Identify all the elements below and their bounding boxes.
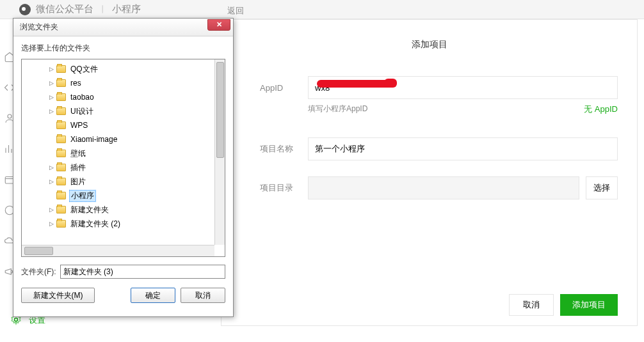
redaction-mark [317,80,394,88]
tree-item[interactable]: ▷UI设计 [22,104,225,118]
tree-item-label: taobao [69,93,95,102]
tree-item-label: 壁纸 [69,148,87,159]
dialog-subtitle: 选择要上传的文件夹 [21,43,225,54]
expand-icon[interactable]: ▷ [47,80,55,86]
tree-item[interactable]: WPS [22,118,225,132]
wechat-logo-icon [19,4,31,15]
tree-item[interactable]: ▷QQ文件 [22,62,225,76]
back-link[interactable]: 返回 [227,5,244,17]
folder-icon [56,136,66,143]
folder-tree[interactable]: ▷QQ文件▷res▷taobao▷UI设计WPSXiaomi-image壁纸▷插… [21,59,225,257]
tree-item-label: 图片 [69,176,87,187]
tree-item-label: 新建文件夹 [69,205,110,215]
tree-item[interactable]: ▷插件 [22,160,225,175]
no-appid-link[interactable]: 无 AppID [584,104,618,115]
tree-item-label: UI设计 [69,106,95,117]
appid-hint: 填写小程序AppID [308,104,584,115]
folder-icon [56,150,66,157]
folder-icon [56,121,66,129]
expand-icon[interactable]: ▷ [47,206,55,213]
folder-icon [56,79,66,87]
add-project-panel: 添加项目 AppID 填写小程序AppID 无 AppID 项目名称 项目目录 … [221,19,638,326]
tree-item[interactable]: ▷taobao [22,90,225,104]
folder-icon [56,93,66,101]
tree-item[interactable]: 小程序 [22,189,225,203]
dialog-titlebar[interactable]: 浏览文件夹 ✕ [13,19,233,36]
platform-name: 微信公众平台 [36,3,93,15]
svg-point-3 [15,318,18,322]
project-dir-input [308,176,579,199]
expand-icon[interactable]: ▷ [47,178,55,185]
expand-icon[interactable]: ▷ [47,164,55,171]
expand-icon[interactable]: ▷ [47,66,55,72]
vertical-scrollbar[interactable] [214,59,225,245]
cancel-button[interactable]: 取消 [509,294,554,316]
folder-icon [56,220,66,228]
tree-item-label: res [69,79,83,88]
tree-item[interactable]: ▷新建文件夹 (2) [22,217,225,231]
add-project-button[interactable]: 添加项目 [560,294,618,316]
redaction-mark [384,79,397,88]
folder-icon [56,65,66,73]
tree-item-label: 小程序 [69,190,96,202]
app-header: 微信公众平台 丨 小程序 [0,0,644,19]
appid-label: AppID [260,83,308,93]
project-name-label: 项目名称 [260,143,308,155]
tree-item-label: QQ文件 [69,64,99,75]
section-name: 小程序 [112,3,141,15]
folder-icon [56,107,66,115]
browse-folder-dialog: 浏览文件夹 ✕ 选择要上传的文件夹 ▷QQ文件▷res▷taobao▷UI设计W… [13,18,234,317]
svg-point-0 [8,114,12,118]
tree-item-label: WPS [69,121,89,130]
tree-item[interactable]: ▷新建文件夹 [22,203,225,217]
tree-item-label: Xiaomi-image [69,135,118,144]
project-dir-label: 项目目录 [260,182,308,194]
expand-icon[interactable]: ▷ [47,221,55,227]
project-name-input[interactable] [308,137,618,160]
tree-item[interactable]: 壁纸 [22,146,225,160]
dialog-cancel-button[interactable]: 取消 [181,288,225,303]
folder-icon [56,164,66,171]
choose-dir-button[interactable]: 选择 [586,176,618,199]
close-icon[interactable]: ✕ [207,19,230,31]
folder-icon [56,178,66,185]
expand-icon[interactable]: ▷ [47,94,55,100]
tree-item[interactable]: ▷res [22,76,225,90]
tree-item-label: 新建文件夹 (2) [69,219,122,229]
expand-icon[interactable]: ▷ [47,108,55,114]
folder-icon [56,206,66,214]
tree-item[interactable]: ▷图片 [22,175,225,189]
ok-button[interactable]: 确定 [131,288,175,303]
panel-title: 添加项目 [221,39,637,51]
horizontal-scrollbar[interactable] [22,245,214,256]
tree-item-label: 插件 [69,162,87,173]
folder-name-input[interactable] [60,265,225,279]
dialog-title: 浏览文件夹 [20,22,207,33]
new-folder-button[interactable]: 新建文件夹(M) [21,288,95,303]
folder-icon [56,192,66,199]
tree-item[interactable]: Xiaomi-image [22,132,225,146]
folder-field-label: 文件夹(F): [21,267,56,277]
